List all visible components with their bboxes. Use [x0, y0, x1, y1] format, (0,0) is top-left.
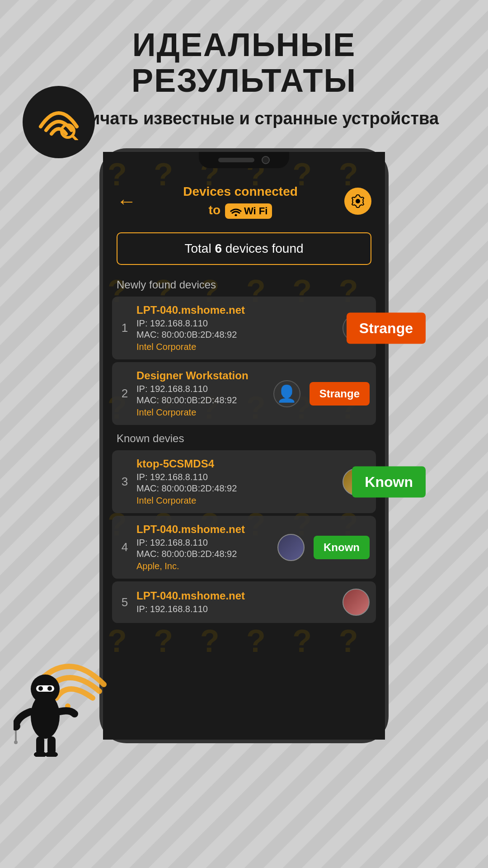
svg-point-12 — [47, 686, 52, 691]
device-card-3: 3 ktop-5CSMDS4 IP: 192.168.8.110 MAC: 80… — [112, 450, 376, 513]
notch-camera — [262, 156, 270, 164]
device-mac-1: MAC: 80:00:0B:2D:48:92 — [136, 330, 337, 340]
device-mac-3: MAC: 80:00:0B:2D:48:92 — [136, 483, 337, 494]
device-ip-2: IP: 192.168.8.110 — [136, 384, 268, 394]
device-ip-4: IP: 192.168.8.110 — [136, 538, 272, 548]
total-count: 6 — [215, 241, 222, 255]
device-name-3: ktop-5CSMDS4 — [136, 458, 337, 470]
device-info-3: ktop-5CSMDS4 IP: 192.168.8.110 MAC: 80:0… — [136, 458, 337, 506]
wifi-label: Wi Fi — [244, 205, 267, 217]
svg-line-3 — [72, 136, 77, 140]
thief-body — [14, 657, 86, 757]
device-card-2: 2 Designer Workstation IP: 192.168.8.110… — [112, 362, 376, 425]
svg-point-15 — [34, 751, 47, 757]
device-number-2: 2 — [118, 387, 131, 401]
header-title-line2: to — [209, 202, 221, 218]
device-avatar-4 — [277, 534, 305, 561]
header-title: Devices connected to Wi Fi — [136, 184, 344, 219]
phone-content: ? ? ? ? ? ? ? ? ? ? ? ? ? ? ? ? ? ? ? ? — [103, 152, 385, 740]
known-button-4[interactable]: Known — [314, 536, 370, 559]
device-mac-2: MAC: 80:00:0B:2D:48:92 — [136, 395, 268, 406]
known-button-3[interactable]: Known — [352, 466, 426, 497]
phone-notch — [199, 152, 289, 168]
newly-found-label: Newly found devices — [103, 274, 385, 294]
back-button[interactable]: ← — [117, 190, 136, 212]
device-name-4: LPT-040.mshome.net — [136, 523, 272, 536]
strange-button-1[interactable]: Strange — [347, 312, 426, 344]
device-ip-5: IP: 192.168.8.110 — [136, 604, 337, 614]
device-mac-4: MAC: 80:00:0B:2D:48:92 — [136, 549, 272, 559]
strange-button-2[interactable]: Strange — [310, 382, 370, 406]
device-card-5: 5 LPT-040.mshome.net IP: 192.168.8.110 — [112, 581, 376, 623]
device-number-1: 1 — [118, 321, 131, 335]
device-info-2: Designer Workstation IP: 192.168.8.110 M… — [136, 369, 268, 418]
device-avatar-2: 👤 — [273, 380, 300, 407]
total-suffix: devices found — [222, 241, 304, 255]
device-ip-1: IP: 192.168.8.110 — [136, 318, 337, 329]
device-number-3: 3 — [118, 475, 131, 489]
svg-point-4 — [235, 214, 237, 217]
device-ip-3: IP: 192.168.8.110 — [136, 472, 337, 482]
phone-mockup: ? ? ? ? ? ? ? ? ? ? ? ? ? ? ? ? ? ? ? ? — [99, 148, 389, 743]
device-card-1: 1 LPT-040.mshome.net IP: 192.168.8.110 M… — [112, 297, 376, 359]
total-devices-section: Total 6 devices found — [117, 232, 371, 265]
wifi-scan-circle — [23, 86, 95, 158]
svg-point-19 — [14, 741, 18, 744]
svg-point-16 — [45, 751, 58, 757]
total-prefix: Total — [184, 241, 215, 255]
device-vendor-4: Apple, Inc. — [136, 561, 272, 571]
device-name-2: Designer Workstation — [136, 369, 268, 382]
header-settings-icon[interactable] — [344, 188, 371, 215]
device-vendor-2: Intel Corporate — [136, 407, 268, 418]
header-title-line1: Devices connected — [136, 184, 344, 200]
known-devices-label: Known devies — [103, 428, 385, 448]
device-name-1: LPT-040.mshome.net — [136, 304, 337, 316]
device-vendor-1: Intel Corporate — [136, 342, 337, 352]
main-title: ИДЕАЛЬНЫЕ РЕЗУЛЬТАТЫ — [27, 27, 461, 99]
device-info-4: LPT-040.mshome.net IP: 192.168.8.110 MAC… — [136, 523, 272, 571]
device-card-4: 4 LPT-040.mshome.net IP: 192.168.8.110 M… — [112, 516, 376, 579]
notch-speaker — [218, 158, 254, 162]
phone-container: ? ? ? ? ? ? ? ? ? ? ? ? ? ? ? ? ? ? ? ? — [0, 148, 488, 743]
device-info-1: LPT-040.mshome.net IP: 192.168.8.110 MAC… — [136, 304, 337, 352]
device-name-5: LPT-040.mshome.net — [136, 590, 337, 602]
device-info-5: LPT-040.mshome.net IP: 192.168.8.110 — [136, 590, 337, 615]
device-avatar-5 — [343, 589, 370, 616]
phone-header: ← Devices connected to Wi Fi — [103, 175, 385, 223]
svg-point-5 — [356, 199, 360, 203]
total-devices-box: Total 6 devices found — [117, 232, 371, 265]
device-number-5: 5 — [118, 595, 131, 609]
device-vendor-3: Intel Corporate — [136, 495, 337, 506]
wifi-badge: Wi Fi — [225, 203, 272, 219]
device-number-4: 4 — [118, 540, 131, 554]
thief-figure — [14, 612, 140, 757]
svg-point-11 — [38, 686, 43, 691]
